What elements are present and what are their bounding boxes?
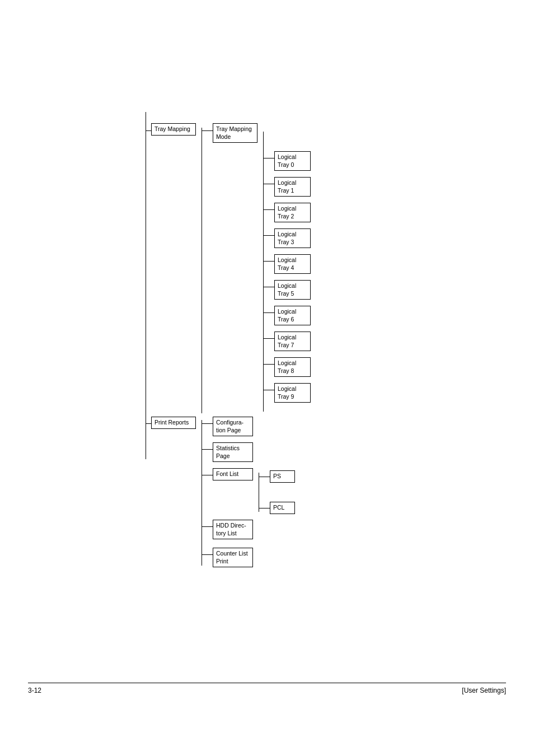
- pcl-node: PCL: [270, 502, 295, 514]
- footer-rule: [28, 683, 506, 683]
- logical-tray-3-node: LogicalTray 3: [274, 228, 311, 248]
- h-lt2: [263, 209, 274, 210]
- logical-tray-2-node: LogicalTray 2: [274, 203, 311, 222]
- ps-node: PS: [270, 470, 295, 483]
- font-list-node: Font List: [213, 468, 253, 480]
- tray-mapping-node: Tray Mapping: [151, 123, 196, 136]
- section-label: [User Settings]: [462, 687, 506, 694]
- v-print-reports: [202, 420, 202, 566]
- logical-tray-6-node: LogicalTray 6: [274, 306, 311, 325]
- statistics-page-node: Statistics Page: [213, 442, 253, 462]
- tray-mapping-mode-node: Tray Mapping Mode: [213, 123, 257, 143]
- h-hdd: [202, 526, 213, 527]
- h-tray-mapping: [146, 130, 151, 131]
- h-ps: [259, 477, 270, 477]
- h-font-list: [202, 475, 213, 475]
- hdd-directory-list-node: HDD Direc- tory List: [213, 520, 253, 539]
- h-lt9: [263, 390, 274, 390]
- logical-tray-8-node: LogicalTray 8: [274, 357, 311, 377]
- main-spine: [146, 112, 146, 459]
- logical-tray-5-node: LogicalTray 5: [274, 280, 311, 300]
- h-config-page: [202, 423, 213, 424]
- h-tm-mode: [202, 130, 213, 131]
- page-container: Tray Mapping Tray Mapping Mode LogicalTr…: [0, 0, 534, 756]
- footer-content: 3-12 [User Settings]: [28, 687, 506, 694]
- h-lt5: [263, 287, 274, 287]
- h-lt6: [263, 312, 274, 313]
- h-counter: [202, 554, 213, 555]
- counter-list-print-node: Counter List Print: [213, 548, 253, 567]
- page-number: 3-12: [28, 687, 41, 694]
- v-tray-mapping: [202, 128, 202, 413]
- h-stats-page: [202, 449, 213, 450]
- logical-tray-4-node: LogicalTray 4: [274, 254, 311, 274]
- footer: 3-12 [User Settings]: [28, 683, 506, 694]
- h-lt0: [263, 158, 274, 158]
- logical-tray-0-node: LogicalTray 0: [274, 151, 311, 171]
- h-lt4: [263, 261, 274, 262]
- logical-tray-1-node: LogicalTray 1: [274, 177, 311, 197]
- h-pcl: [259, 508, 270, 508]
- logical-tray-7-node: LogicalTray 7: [274, 332, 311, 351]
- v-logical-trays: [263, 132, 264, 412]
- h-lt3: [263, 235, 274, 236]
- logical-tray-9-node: LogicalTray 9: [274, 383, 311, 403]
- h-lt8: [263, 364, 274, 365]
- configuration-page-node: Configura- tion Page: [213, 417, 253, 436]
- h-print-reports: [146, 423, 151, 424]
- h-lt1: [263, 184, 274, 184]
- h-lt7: [263, 338, 274, 339]
- v-font-list: [259, 473, 259, 512]
- print-reports-node: Print Reports: [151, 417, 196, 429]
